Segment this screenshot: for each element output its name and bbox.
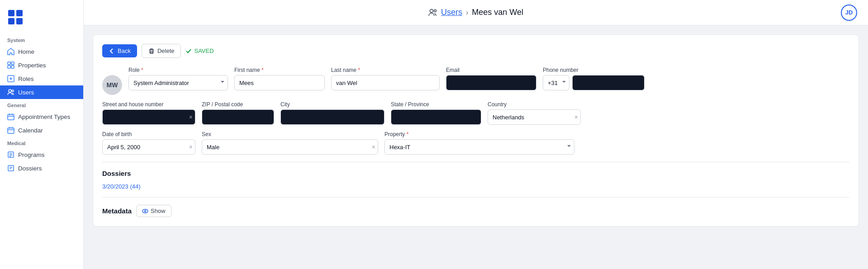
role-label: Role *	[128, 67, 228, 73]
main-card: Back Delete SAVED MW Role *	[93, 34, 859, 227]
svg-rect-2	[8, 18, 14, 24]
street-input-wrapper: ×	[102, 109, 195, 125]
check-icon	[185, 48, 192, 54]
country-input-wrapper: ×	[488, 109, 581, 125]
country-input[interactable]	[488, 109, 581, 125]
dossiers-title: Dossiers	[102, 170, 849, 177]
field-state: State / Province	[391, 101, 481, 125]
sidebar-item-roles[interactable]: Roles	[0, 72, 83, 85]
svg-point-16	[145, 210, 146, 212]
toolbar: Back Delete SAVED	[102, 44, 849, 58]
phone-prefix-select[interactable]: +31	[543, 75, 569, 90]
property-select-wrapper: Hexa-IT	[384, 139, 574, 155]
back-button[interactable]: Back	[102, 44, 137, 57]
city-input[interactable]	[280, 109, 384, 125]
zip-input[interactable]	[202, 109, 274, 125]
firstname-input[interactable]	[234, 75, 325, 90]
field-email: Email	[446, 67, 536, 90]
sidebar-item-calendar[interactable]: Calendar	[0, 123, 83, 137]
country-label: Country	[488, 101, 581, 108]
sex-input[interactable]	[202, 139, 378, 155]
svg-rect-7	[11, 66, 14, 68]
sidebar-item-roles-label: Roles	[18, 76, 34, 82]
topbar-users-icon	[428, 8, 437, 17]
roles-icon	[7, 75, 14, 82]
firstname-label: First name *	[234, 67, 325, 73]
breadcrumb-separator: ›	[466, 9, 468, 17]
sex-clear-button[interactable]: ×	[372, 144, 375, 150]
phone-input[interactable]	[572, 75, 645, 90]
field-sex: Sex ×	[202, 131, 378, 155]
svg-rect-6	[8, 66, 10, 68]
sidebar-logo	[0, 5, 83, 34]
sidebar-item-appointment-types[interactable]: Appointment Types	[0, 110, 83, 123]
dob-clear-button[interactable]: ×	[189, 144, 193, 150]
phone-prefix-wrapper: +31	[543, 75, 569, 90]
properties-icon	[7, 61, 14, 69]
delete-button[interactable]: Delete	[142, 44, 181, 58]
sidebar-item-home-label: Home	[18, 48, 34, 55]
users-icon	[7, 89, 14, 96]
field-zip: ZIP / Postal code	[202, 101, 274, 125]
users-breadcrumb-link[interactable]: Users	[441, 8, 462, 17]
dob-input[interactable]	[102, 139, 195, 155]
field-country: Country ×	[488, 101, 581, 125]
section-system-label: System	[0, 34, 83, 45]
dob-label: Date of birth	[102, 131, 195, 137]
appointment-types-icon	[7, 113, 14, 120]
state-input[interactable]	[391, 109, 481, 125]
sidebar-item-dossiers[interactable]: Dossiers	[0, 161, 83, 175]
topbar: Users › Mees van Wel JD	[84, 0, 868, 25]
svg-point-13	[430, 9, 433, 12]
breadcrumb-page-name: Mees van Wel	[472, 8, 523, 17]
phone-label: Phone number	[543, 67, 645, 73]
app-logo-icon	[7, 9, 24, 25]
sidebar: System Home Properties Roles Users Gener…	[0, 0, 84, 269]
user-avatar[interactable]: JD	[841, 5, 857, 21]
svg-rect-1	[16, 10, 23, 16]
email-input[interactable]	[446, 75, 536, 90]
sidebar-item-dossiers-label: Dossiers	[18, 165, 42, 172]
sidebar-item-properties[interactable]: Properties	[0, 58, 83, 72]
sex-label: Sex	[202, 131, 378, 137]
phone-group: +31	[543, 75, 645, 90]
lastname-label: Last name *	[331, 67, 440, 73]
street-label: Street and house number	[102, 101, 195, 108]
form-row-3: Date of birth × Sex × Property *	[102, 131, 849, 155]
field-firstname: First name *	[234, 67, 325, 90]
topbar-title: Users › Mees van Wel	[428, 8, 523, 17]
property-select[interactable]: Hexa-IT	[384, 139, 574, 155]
user-avatar-form: MW	[102, 75, 122, 95]
svg-point-9	[9, 90, 11, 92]
sidebar-item-users[interactable]: Users	[0, 85, 83, 99]
field-city: City	[280, 101, 384, 125]
svg-point-10	[12, 90, 14, 92]
street-clear-button[interactable]: ×	[189, 114, 193, 120]
sidebar-item-home[interactable]: Home	[0, 45, 83, 58]
dossiers-section: Dossiers 3/20/2023 (44)	[102, 170, 849, 190]
svg-rect-12	[8, 128, 14, 133]
field-street: Street and house number ×	[102, 101, 195, 125]
role-select[interactable]: System Administrator	[128, 75, 228, 90]
svg-rect-4	[8, 62, 10, 65]
street-input[interactable]	[102, 109, 195, 125]
sidebar-item-calendar-label: Calendar	[18, 127, 43, 134]
city-label: City	[280, 101, 384, 108]
field-role: Role * System Administrator	[128, 67, 228, 90]
sidebar-item-programs-label: Programs	[18, 151, 45, 158]
field-dob: Date of birth ×	[102, 131, 195, 155]
sidebar-item-appointment-types-label: Appointment Types	[18, 113, 70, 120]
svg-rect-11	[8, 114, 14, 120]
lastname-input[interactable]	[331, 75, 440, 90]
section-general-label: General	[0, 99, 83, 110]
divider-2	[102, 197, 849, 198]
field-lastname: Last name *	[331, 67, 440, 90]
metadata-show-button[interactable]: Show	[136, 205, 171, 217]
eye-icon	[142, 208, 148, 214]
sidebar-item-programs[interactable]: Programs	[0, 148, 83, 161]
dob-input-wrapper: ×	[102, 139, 195, 155]
dossier-link[interactable]: 3/20/2023 (44)	[102, 183, 141, 190]
country-clear-button[interactable]: ×	[574, 114, 578, 120]
divider	[102, 162, 849, 162]
svg-rect-3	[16, 18, 23, 24]
